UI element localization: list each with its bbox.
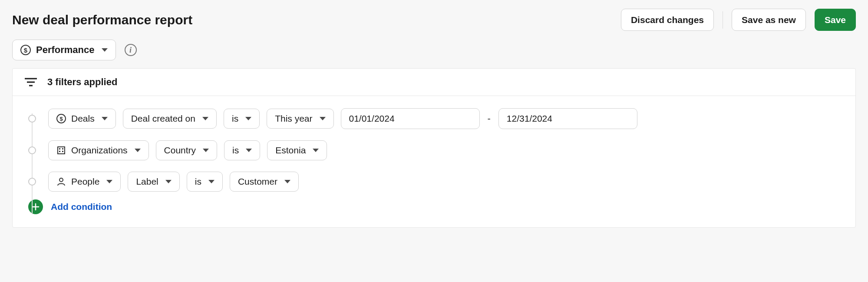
building-icon: [56, 146, 66, 155]
chevron-down-icon: [320, 117, 326, 120]
entity-label: People: [71, 176, 99, 187]
info-icon[interactable]: i: [125, 44, 137, 56]
chevron-down-icon: [284, 180, 290, 183]
header: New deal performance report Discard chan…: [12, 9, 856, 31]
report-type-label: Performance: [36, 44, 95, 56]
chevron-down-icon: [208, 180, 215, 183]
filter-node: [28, 178, 36, 186]
add-condition-button[interactable]: [28, 199, 43, 214]
discard-changes-button[interactable]: Discard changes: [621, 9, 714, 31]
field-label: Country: [164, 145, 196, 156]
filter-node: [28, 146, 36, 154]
chevron-down-icon: [203, 149, 209, 152]
save-as-new-button[interactable]: Save as new: [732, 9, 806, 31]
add-condition-link[interactable]: Add condition: [51, 202, 112, 212]
field-label: Label: [136, 176, 158, 187]
entity-label: Organizations: [71, 145, 128, 156]
svg-rect-4: [59, 148, 60, 149]
field-dropdown[interactable]: Label: [128, 172, 179, 192]
svg-rect-7: [62, 151, 63, 152]
preset-label: This year: [275, 113, 312, 124]
entity-label: Deals: [71, 113, 95, 124]
operator-dropdown[interactable]: is: [224, 140, 260, 160]
page-title: New deal performance report: [12, 13, 192, 27]
chevron-down-icon: [202, 117, 208, 120]
chevron-down-icon: [102, 117, 108, 120]
chevron-down-icon: [106, 180, 112, 183]
header-actions: Discard changes Save as new Save: [621, 9, 856, 31]
filter-group: People Label is Customer: [48, 172, 299, 192]
value-dropdown[interactable]: Estonia: [267, 140, 327, 160]
chevron-down-icon: [165, 180, 172, 183]
filter-icon: [25, 77, 37, 87]
entity-dropdown-organizations[interactable]: Organizations: [48, 140, 149, 160]
dollar-icon: $: [56, 114, 66, 123]
entity-dropdown-deals[interactable]: $ Deals: [48, 109, 116, 129]
divider: [723, 11, 723, 29]
plus-icon: [32, 203, 40, 211]
person-icon: [56, 177, 66, 186]
entity-dropdown-people[interactable]: People: [48, 172, 121, 192]
operator-dropdown[interactable]: is: [187, 172, 223, 192]
operator-label: is: [232, 145, 239, 156]
chevron-down-icon: [246, 149, 252, 152]
svg-rect-5: [62, 148, 63, 149]
report-type-row: $ Performance i: [12, 40, 856, 60]
add-condition-row: Add condition: [28, 199, 843, 214]
date-from-input[interactable]: [341, 108, 480, 129]
chevron-down-icon: [313, 149, 319, 152]
field-dropdown[interactable]: Country: [156, 140, 218, 160]
operator-dropdown[interactable]: is: [224, 109, 260, 129]
field-dropdown[interactable]: Deal created on: [123, 109, 217, 129]
filter-row: People Label is Customer: [28, 172, 843, 192]
chevron-down-icon: [245, 117, 251, 120]
filters-body: $ Deals Deal created on is This year: [13, 96, 855, 227]
svg-rect-6: [59, 151, 60, 152]
svg-point-8: [59, 178, 63, 182]
preset-dropdown[interactable]: This year: [267, 109, 333, 129]
report-builder-page: New deal performance report Discard chan…: [0, 0, 868, 245]
filter-group: $ Deals Deal created on is This year: [48, 108, 637, 129]
operator-label: is: [195, 176, 201, 187]
save-button[interactable]: Save: [815, 9, 856, 31]
date-to-input[interactable]: [498, 108, 637, 129]
value-label: Estonia: [275, 145, 306, 156]
svg-rect-3: [58, 147, 65, 154]
range-separator: -: [487, 113, 492, 124]
chevron-down-icon: [102, 48, 108, 52]
value-dropdown[interactable]: Customer: [230, 172, 299, 192]
filter-node: [28, 115, 36, 123]
filter-row: Organizations Country is Estonia: [28, 140, 843, 160]
dollar-icon: $: [20, 45, 31, 55]
filters-summary: 3 filters applied: [47, 76, 117, 88]
chevron-down-icon: [135, 149, 141, 152]
report-type-dropdown[interactable]: $ Performance: [12, 40, 116, 60]
filter-row: $ Deals Deal created on is This year: [28, 108, 843, 129]
field-label: Deal created on: [131, 113, 195, 124]
filter-group: Organizations Country is Estonia: [48, 140, 327, 160]
operator-label: is: [232, 113, 238, 124]
filters-panel-header: 3 filters applied: [13, 69, 855, 96]
value-label: Customer: [238, 176, 277, 187]
filters-panel: 3 filters applied $ Deals Deal created o…: [12, 68, 856, 228]
